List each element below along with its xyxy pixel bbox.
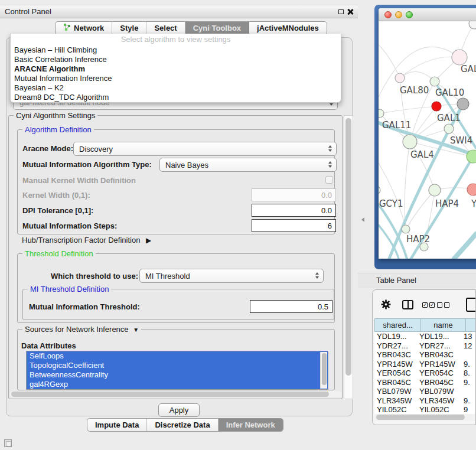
algorithm-option[interactable]: Basic Correlation Inference	[11, 55, 341, 64]
table-doc-icon[interactable]	[466, 298, 476, 312]
mi-steps-field[interactable]	[252, 219, 336, 232]
which-threshold-combobox[interactable]: MI Threshold	[139, 269, 324, 283]
tab-infer-network[interactable]: Infer Network	[219, 419, 283, 431]
kernel-width-label: Kernel Width (0,1):	[22, 191, 90, 200]
algorithm-option[interactable]: Bayesian – Hill Climbing	[11, 45, 341, 55]
settings-hscrollbar[interactable]	[10, 391, 342, 397]
column-header-name[interactable]: name	[420, 318, 465, 332]
network-node[interactable]	[452, 50, 467, 65]
network-node[interactable]	[457, 98, 469, 110]
network-window-titlebar[interactable]	[379, 8, 476, 21]
network-edge	[454, 234, 476, 259]
algorithm-option[interactable]: Dream8 DC_TDC Algorithm	[11, 93, 341, 102]
table-cell: YBR043C	[374, 350, 419, 360]
close-window-icon[interactable]	[384, 11, 392, 18]
tab-select[interactable]: Select	[146, 22, 185, 34]
tab-jactivemnodules[interactable]: jActiveMNodules	[249, 22, 327, 34]
table-row[interactable]: YBR043CYBR043C	[374, 350, 476, 360]
window-controls	[384, 11, 413, 18]
network-node[interactable]	[467, 184, 476, 195]
table-row[interactable]: YBR045CYBR045C9.	[374, 378, 476, 387]
network-inner-window: GALGAL80GAL10GAL11GAL1SWI4GAL4GCY1HAP4YH…	[379, 8, 476, 259]
settings-vscrollbar[interactable]	[344, 115, 353, 399]
manual-kernel-label: Manual Kernel Width Definition	[22, 176, 136, 185]
column-layout-icon[interactable]	[402, 300, 413, 309]
table-cell: YDR27...	[374, 341, 419, 351]
tab-style[interactable]: Style	[112, 22, 146, 34]
network-node[interactable]	[403, 135, 417, 149]
data-attribute-item[interactable]: gal4RGexp	[27, 380, 328, 389]
kernel-width-field[interactable]	[252, 188, 336, 201]
aracne-mode-combobox[interactable]: Discovery	[73, 142, 337, 156]
data-attribute-item[interactable]: TopologicalCoefficient	[27, 361, 328, 370]
tab-discretize-data[interactable]: Discretize Data	[147, 419, 218, 431]
tab-impute-data[interactable]: Impute Data	[87, 419, 147, 431]
algorithm-dropdown-popup: Select algorithm to view settings Bayesi…	[10, 34, 341, 103]
table-cell: YLR345W	[419, 396, 464, 406]
sources-title[interactable]: Sources for Network Inference ▼	[22, 325, 141, 334]
network-node[interactable]	[444, 124, 454, 133]
tab-cyni-toolbox[interactable]: Cyni Toolbox	[185, 22, 249, 34]
settings-group-title: Cyni Algorithm Settings	[14, 111, 97, 120]
table-body[interactable]: YDL19...YDL19...13YDR27...YDR27...12YBR0…	[374, 332, 476, 414]
apply-button[interactable]: Apply	[158, 403, 200, 417]
table-cell: YBR045C	[374, 378, 419, 387]
column-header-shared-name[interactable]: shared...	[374, 318, 420, 332]
table-hscrollbar[interactable]	[375, 414, 473, 420]
algorithm-option[interactable]: Bayesian – K2	[11, 83, 341, 93]
collapse-down-icon: ▼	[133, 327, 139, 333]
network-node[interactable]	[432, 102, 441, 111]
algorithm-definition-group: Algorithm Definition Aracne Mode: Discov…	[17, 129, 335, 234]
gear-icon[interactable]	[380, 299, 392, 312]
mi-threshold-title: MI Threshold Definition	[28, 285, 111, 294]
table-row[interactable]: YDL19...YDL19...13	[374, 332, 476, 341]
data-attributes-list[interactable]: SelfLoopsTopologicalCoefficientBetweenne…	[26, 351, 328, 390]
table-row[interactable]: YLR345WYLR345W9.	[374, 396, 476, 406]
manual-kernel-checkbox[interactable]	[325, 176, 333, 184]
table-cell: YBR045C	[419, 378, 464, 387]
close-panel-icon[interactable]	[347, 9, 353, 15]
tab-network[interactable]: Network	[56, 22, 112, 34]
which-threshold-label: Which threshold to use:	[51, 272, 138, 281]
algorithm-option[interactable]: Mutual Information Inference	[11, 74, 341, 83]
data-attribute-item[interactable]: BetweennessCentrality	[27, 370, 328, 380]
hub-definition-toggle[interactable]: Hub/Transcription Factor Definition ▶	[22, 236, 151, 245]
zoom-window-icon[interactable]	[406, 11, 413, 18]
network-node[interactable]	[469, 21, 476, 29]
table-cell: YBL079W	[419, 387, 464, 396]
network-node[interactable]	[379, 186, 380, 194]
table-cell: YIL052C	[419, 405, 464, 414]
float-panel-icon[interactable]	[338, 9, 344, 14]
deselect-all-icon[interactable]	[437, 302, 449, 308]
table-row[interactable]: YPR145WYPR145W9.	[374, 360, 476, 369]
minimize-window-icon[interactable]	[395, 11, 402, 18]
dock-panel-icon[interactable]	[4, 439, 12, 447]
network-node[interactable]	[395, 73, 405, 83]
algorithm-option[interactable]: ARACNE Algorithm	[11, 64, 341, 74]
chevron-updown-icon	[328, 161, 332, 168]
network-canvas[interactable]: GALGAL80GAL10GAL11GAL1SWI4GAL4GCY1HAP4YH…	[379, 21, 476, 259]
table-row[interactable]: YBL079WYBL079W	[374, 387, 476, 396]
network-node-label: GAL10	[435, 87, 464, 98]
network-node[interactable]	[379, 109, 384, 118]
table-row[interactable]: YDR27...YDR27...12	[374, 341, 476, 351]
network-node-label: GCY1	[379, 198, 403, 209]
chevron-updown-icon	[328, 145, 332, 152]
network-node[interactable]	[429, 184, 441, 196]
mi-threshold-field[interactable]	[250, 300, 332, 313]
mi-type-combobox[interactable]: Naive Bayes	[159, 158, 337, 172]
panel-divider-handle[interactable]	[361, 217, 364, 222]
table-cell: 12	[464, 341, 476, 351]
table-cell: 9	[464, 405, 476, 414]
network-node[interactable]	[467, 150, 476, 163]
list-scrollbar[interactable]	[320, 352, 327, 389]
network-node[interactable]	[430, 77, 439, 86]
column-header-partial[interactable]	[465, 318, 476, 332]
control-panel-tabs: Network Style Select Cyni Toolbox jActiv…	[55, 21, 327, 35]
select-all-icon[interactable]: ✓✓	[422, 302, 435, 308]
dpi-tolerance-field[interactable]	[252, 204, 336, 217]
network-node[interactable]	[402, 225, 410, 233]
table-row[interactable]: YIL052CYIL052C9	[374, 405, 476, 414]
data-attribute-item[interactable]: SelfLoops	[27, 351, 328, 361]
table-row[interactable]: YER054CYER054C8.	[374, 369, 476, 378]
